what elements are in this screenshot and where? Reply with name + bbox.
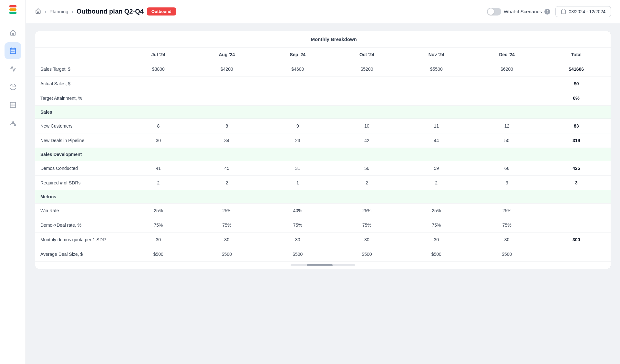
row-label: Target Attainment, %	[35, 91, 126, 106]
row-cell: $3800	[126, 62, 191, 77]
calendar-icon	[561, 9, 566, 14]
svg-rect-15	[562, 10, 565, 14]
row-cell: 1	[263, 176, 333, 190]
total-header	[542, 31, 611, 47]
row-cell: $500	[191, 247, 263, 262]
row-cell: 75%	[401, 218, 472, 233]
table-row: New Customers88910111283	[35, 119, 611, 133]
what-if-section: What-if Scenarios ?	[487, 8, 550, 16]
row-total	[542, 203, 611, 218]
row-cell: 75%	[333, 218, 401, 233]
row-cell: $500	[401, 247, 472, 262]
table-row: Actual Sales, $$0	[35, 77, 611, 91]
section-header-row: Metrics	[35, 190, 611, 203]
section-label: Sales	[35, 106, 611, 119]
row-label: Win Rate	[35, 203, 126, 218]
row-cell: 25%	[472, 203, 542, 218]
col-header-jul: Jul '24	[126, 47, 191, 62]
col-header-empty	[35, 47, 126, 62]
row-cell: $4600	[263, 62, 333, 77]
row-cell: 30	[126, 133, 191, 148]
row-cell: 75%	[472, 218, 542, 233]
sidebar	[0, 0, 26, 364]
breadcrumb-planning[interactable]: Planning	[49, 9, 68, 14]
row-total	[542, 218, 611, 233]
svg-rect-7	[10, 102, 16, 108]
help-icon[interactable]: ?	[544, 9, 550, 15]
table-row: Demos Conducted414531565966425	[35, 161, 611, 176]
topbar-controls: What-if Scenarios ? 03/2024 - 12/2024	[487, 6, 611, 17]
scroll-track	[291, 264, 355, 266]
row-cell: $4200	[191, 62, 263, 77]
logo	[9, 5, 16, 14]
table-row: Required # of SDRs2212233	[35, 176, 611, 190]
row-cell	[191, 77, 263, 91]
scroll-thumb	[307, 264, 333, 266]
col-header-oct: Oct '24	[333, 47, 401, 62]
row-cell: 34	[191, 133, 263, 148]
row-cell: $500	[263, 247, 333, 262]
row-cell	[126, 77, 191, 91]
row-cell: 25%	[333, 203, 401, 218]
row-cell: $500	[333, 247, 401, 262]
row-cell: $500	[126, 247, 191, 262]
outbound-badge[interactable]: Outbound	[147, 7, 176, 16]
section-header-row: Sales Development	[35, 148, 611, 161]
section-label: Sales Development	[35, 148, 611, 161]
row-cell: 23	[263, 133, 333, 148]
breadcrumb-sep-1: ›	[45, 9, 46, 15]
row-cell: 2	[333, 176, 401, 190]
row-cell: 8	[191, 119, 263, 133]
row-cell: $5200	[333, 62, 401, 77]
section-label: Metrics	[35, 190, 611, 203]
row-total: 319	[542, 133, 611, 148]
row-cell: 40%	[263, 203, 333, 218]
toggle-knob	[488, 8, 494, 15]
row-label: Average Deal Size, $	[35, 247, 126, 262]
row-total: 425	[542, 161, 611, 176]
row-label: New Deals in Pipeline	[35, 133, 126, 148]
monthly-breakdown-header: Monthly Breakdown	[126, 31, 542, 47]
sidebar-item-home[interactable]	[5, 24, 21, 41]
date-range-label: 03/2024 - 12/2024	[569, 9, 605, 14]
row-total	[542, 247, 611, 262]
sidebar-item-board[interactable]	[5, 97, 21, 113]
table-row: Average Deal Size, $$500$500$500$500$500…	[35, 247, 611, 262]
sidebar-item-planning[interactable]	[5, 42, 21, 59]
section-header-row: Sales	[35, 106, 611, 119]
row-cell	[472, 91, 542, 106]
row-cell: $6200	[472, 62, 542, 77]
col-header-total: Total	[542, 47, 611, 62]
col-header-nov: Nov '24	[401, 47, 472, 62]
row-cell	[401, 91, 472, 106]
row-cell: 66	[472, 161, 542, 176]
row-cell: 25%	[191, 203, 263, 218]
table-row: Monthly demos quota per 1 SDR30303030303…	[35, 233, 611, 247]
sidebar-item-settings[interactable]	[5, 115, 21, 131]
row-cell: 9	[263, 119, 333, 133]
row-cell	[333, 91, 401, 106]
svg-point-11	[12, 121, 14, 123]
row-cell: 25%	[126, 203, 191, 218]
row-cell: 10	[333, 119, 401, 133]
sidebar-nav	[0, 24, 26, 131]
planning-table: Monthly Breakdown Jul '24 Aug '24 Sep '2…	[35, 31, 611, 262]
row-cell: $500	[472, 247, 542, 262]
row-cell: 42	[333, 133, 401, 148]
row-cell: 2	[126, 176, 191, 190]
row-label: Required # of SDRs	[35, 176, 126, 190]
row-cell: 56	[333, 161, 401, 176]
main-content: › Planning › Outbound plan Q2-Q4 Outboun…	[26, 0, 620, 364]
what-if-toggle[interactable]	[487, 8, 501, 16]
sidebar-item-reports[interactable]	[5, 78, 21, 95]
row-cell: 30	[191, 233, 263, 247]
row-cell	[472, 77, 542, 91]
row-cell: 44	[401, 133, 472, 148]
date-picker-button[interactable]: 03/2024 - 12/2024	[555, 6, 611, 17]
row-label: Monthly demos quota per 1 SDR	[35, 233, 126, 247]
row-label: Demos Conducted	[35, 161, 126, 176]
row-total: 3	[542, 176, 611, 190]
sidebar-item-analytics[interactable]	[5, 60, 21, 77]
home-icon[interactable]	[35, 8, 41, 16]
row-cell	[263, 91, 333, 106]
